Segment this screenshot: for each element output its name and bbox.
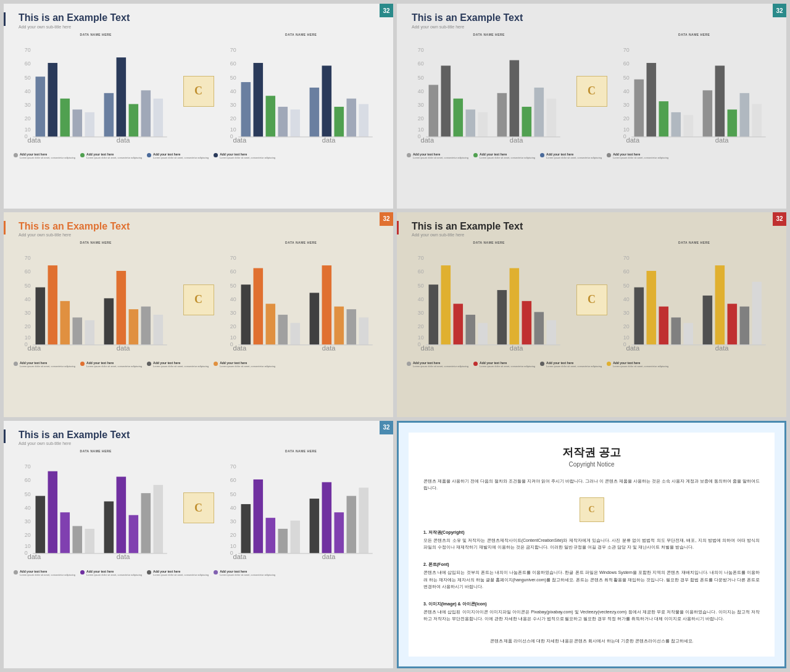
svg-rect-55 — [465, 109, 475, 136]
svg-rect-80 — [727, 109, 737, 136]
svg-text:70: 70 — [25, 463, 31, 470]
svg-rect-56 — [478, 112, 488, 137]
svg-rect-187 — [154, 485, 164, 554]
svg-rect-75 — [659, 101, 668, 137]
svg-text:40: 40 — [623, 88, 629, 94]
svg-text:60: 60 — [25, 478, 31, 484]
svg-text:70: 70 — [230, 463, 236, 470]
legend-dot — [14, 362, 18, 366]
copyright-section-content-2: 콘텐츠 내에 삽입된 이미지아이콘 이미지파일 아이콘은 Pixabay(pix… — [423, 608, 760, 622]
svg-rect-59 — [522, 107, 532, 137]
svg-rect-96 — [60, 301, 70, 345]
svg-rect-157 — [634, 288, 644, 345]
svg-text:30: 30 — [418, 102, 424, 108]
svg-text:50: 50 — [230, 74, 236, 80]
svg-text:0: 0 — [25, 341, 28, 347]
svg-rect-15 — [104, 93, 114, 136]
svg-rect-204 — [309, 499, 319, 554]
svg-text:data: data — [28, 553, 41, 560]
legend-item-4-1: Add your text here Lorem ipsum dolor sit… — [473, 361, 535, 368]
svg-rect-120 — [309, 293, 319, 345]
svg-rect-164 — [727, 304, 737, 346]
legend-sub: Lorem ipsum dolor sit amet, consectetur … — [153, 573, 209, 576]
svg-text:40: 40 — [623, 296, 629, 302]
chart-svg-1a: data data 70 60 50 40 30 20 10 0 — [14, 38, 178, 148]
svg-rect-117 — [265, 304, 275, 346]
svg-text:70: 70 — [230, 47, 236, 53]
legend-sub: Lorem ipsum dolor sit amet, consectetur … — [413, 365, 468, 368]
svg-text:data: data — [322, 136, 335, 143]
legend-dot — [14, 153, 18, 157]
chart-block-4b: DATA NAME HERE data data 70 60 50 40 30 … — [612, 241, 777, 359]
copyright-section-content-0: 모든 콘텐츠의 소유 및 저작자는 콘텐츠제작사이트(ContentCreati… — [423, 537, 760, 550]
svg-text:40: 40 — [230, 296, 236, 302]
legend-sub: Lorem ipsum dolor sit amet, consectetur … — [480, 365, 535, 368]
legend-item-4-0: Add your text here Lorem ipsum dolor sit… — [407, 361, 468, 368]
svg-rect-201 — [265, 518, 275, 554]
svg-text:70: 70 — [623, 47, 629, 53]
svg-rect-101 — [129, 310, 139, 346]
svg-text:50: 50 — [418, 74, 424, 80]
svg-text:60: 60 — [230, 60, 236, 67]
svg-rect-12 — [60, 98, 70, 136]
svg-rect-99 — [104, 299, 114, 346]
svg-rect-202 — [278, 529, 288, 554]
svg-text:30: 30 — [25, 518, 31, 525]
svg-rect-140 — [478, 323, 488, 346]
svg-rect-94 — [36, 288, 46, 345]
legend-sub: Lorem ipsum dolor sit amet, consectetur … — [220, 573, 275, 576]
svg-rect-182 — [85, 529, 94, 554]
svg-rect-57 — [497, 93, 507, 136]
svg-text:10: 10 — [418, 127, 424, 133]
svg-rect-141 — [497, 290, 507, 345]
svg-text:60: 60 — [418, 269, 424, 275]
svg-rect-16 — [117, 57, 127, 137]
svg-rect-79 — [715, 65, 725, 136]
legend-sub: Lorem ipsum dolor sit amet, consectetur … — [86, 573, 142, 576]
chart-block-3a: DATA NAME HERE data data 70 60 50 40 30 … — [14, 241, 178, 359]
svg-rect-121 — [322, 265, 331, 345]
legend-sub: Lorem ipsum dolor sit amet, consectetur … — [613, 156, 668, 159]
legend-dot — [607, 153, 611, 157]
chart-svg-4b: data data 70 60 50 40 30 20 10 0 — [612, 246, 777, 356]
chart-title-5b: DATA NAME HERE — [219, 449, 384, 453]
legend-dot — [147, 153, 151, 157]
svg-rect-186 — [141, 493, 151, 554]
svg-text:10: 10 — [418, 334, 424, 341]
svg-text:20: 20 — [230, 324, 236, 330]
svg-text:data: data — [626, 344, 639, 352]
legend-item-4-2: Add your text here Lorem ipsum dolor sit… — [540, 361, 602, 368]
accent-bar-1 — [4, 12, 6, 26]
accent-bar-3 — [4, 221, 6, 234]
svg-text:70: 70 — [418, 255, 424, 262]
legend-dot — [80, 153, 85, 157]
svg-rect-36 — [309, 88, 319, 137]
svg-rect-137 — [441, 265, 451, 345]
copyright-inner: 저작권 공고 Copyright Notice 콘텐츠 제품을 사용하기 전에 … — [409, 433, 775, 657]
svg-rect-203 — [290, 521, 300, 554]
svg-rect-179 — [48, 471, 58, 554]
svg-rect-143 — [522, 301, 532, 345]
svg-text:data: data — [117, 136, 130, 143]
svg-text:10: 10 — [230, 543, 236, 549]
chart-title-1a: DATA NAME HERE — [14, 33, 178, 36]
svg-rect-124 — [359, 318, 368, 345]
svg-rect-95 — [48, 265, 58, 345]
legend-item-3-3: Add your text here Lorem ipsum dolor sit… — [214, 361, 275, 368]
legend-area-3: Add your text here Lorem ipsum dolor sit… — [14, 361, 383, 368]
legend-area-5: Add your text here Lorem ipsum dolor sit… — [14, 570, 383, 576]
svg-rect-205 — [322, 483, 331, 554]
svg-text:data: data — [715, 344, 728, 352]
slide-2: 32 This is an Example Text Add your own … — [397, 4, 786, 209]
svg-rect-11 — [48, 63, 58, 137]
legend-sub: Lorem ipsum dolor sit amet, consectetur … — [86, 156, 142, 159]
legend-item-5-2: Add your text here Lorem ipsum dolor sit… — [147, 570, 209, 576]
legend-dot — [214, 362, 218, 366]
svg-text:40: 40 — [25, 88, 31, 94]
legend-dot — [147, 362, 151, 366]
chart-svg-5a: data data 70 60 50 40 30 20 10 0 — [14, 455, 178, 565]
chart-title-3a: DATA NAME HERE — [14, 241, 178, 244]
legend-item-2-2: Add your text here Lorem ipsum dolor sit… — [540, 152, 602, 159]
legend-sub: Lorem ipsum dolor sit amet, consectetur … — [220, 365, 275, 368]
legend-sub: Lorem ipsum dolor sit amet, consectetur … — [86, 365, 142, 368]
